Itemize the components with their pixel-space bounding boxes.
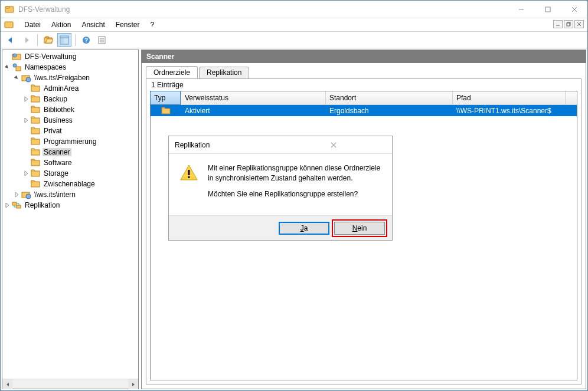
tree-namespaces[interactable]: Namespaces	[2, 62, 138, 73]
scroll-left-icon[interactable]	[2, 379, 12, 389]
twisty-closed-icon[interactable]	[21, 169, 31, 178]
close-button[interactable]	[561, 1, 587, 18]
tree-item-backup[interactable]: Backup	[2, 94, 138, 104]
tree-item-scanner[interactable]: Scanner	[2, 147, 138, 157]
col-standort[interactable]: Standort	[326, 91, 453, 104]
tree-item-bibliothek[interactable]: Bibliothek	[2, 104, 138, 115]
tree-share-intern[interactable]: \\ws.its\intern	[2, 189, 138, 200]
menu-datei[interactable]: Datei	[19, 19, 45, 30]
dialog-ja-button[interactable]: Ja	[279, 222, 329, 235]
svg-rect-29	[31, 97, 40, 102]
twisty-open-icon[interactable]	[12, 73, 21, 83]
app-icon	[5, 5, 14, 14]
window-controls	[508, 1, 587, 18]
col-label: Pfad	[456, 94, 471, 102]
menubar: Datei Aktion Ansicht Fenster ?	[1, 18, 587, 32]
tree-label: Zwischenablage	[43, 180, 96, 188]
dialog-nein-button[interactable]: Nein	[334, 222, 385, 235]
cell-typ-icon	[151, 106, 181, 116]
tree-label: \\ws.its\Freigaben	[33, 74, 91, 82]
window-title: DFS-Verwaltung	[18, 5, 508, 14]
content-header: Scanner	[142, 50, 586, 63]
col-filler[interactable]	[565, 91, 577, 104]
doc-icon	[4, 20, 14, 29]
menu-aktion[interactable]: Aktion	[47, 19, 76, 30]
tree-label: DFS-Verwaltung	[24, 52, 77, 61]
svg-rect-33	[31, 139, 40, 144]
tree-label: Business	[43, 116, 74, 124]
twisty-closed-icon[interactable]	[12, 190, 21, 199]
tree-root[interactable]: DFS-Verwaltung	[2, 51, 138, 62]
menu-help[interactable]: ?	[145, 19, 159, 30]
mdi-close[interactable]	[574, 20, 584, 28]
entries-count-label: 1 Einträge	[146, 79, 581, 91]
tree-label: Privat	[43, 127, 63, 135]
svg-rect-40	[12, 202, 17, 205]
col-label: Standort	[329, 94, 356, 102]
mdi-restore[interactable]	[564, 20, 573, 28]
folder-icon	[31, 116, 40, 125]
col-pfad[interactable]: Pfad	[453, 91, 565, 104]
col-typ[interactable]: Typ	[150, 91, 181, 105]
tree-label: \\ws.its\intern	[33, 190, 77, 199]
twisty-open-icon[interactable]	[2, 63, 12, 72]
tree[interactable]: DFS-Verwaltung Namespaces \\ws.its\Freig…	[2, 50, 138, 379]
twisty-closed-icon[interactable]	[21, 94, 31, 104]
tree-hscrollbar[interactable]	[2, 379, 138, 389]
tree-label: Namespaces	[24, 63, 67, 71]
tree-panel: DFS-Verwaltung Namespaces \\ws.its\Freig…	[2, 50, 139, 389]
tree-item-privat[interactable]: Privat	[2, 126, 138, 136]
svg-rect-35	[31, 160, 40, 166]
svg-rect-6	[5, 22, 13, 28]
tree-item-zwischen[interactable]: Zwischenablage	[2, 179, 138, 189]
mdi-minimize[interactable]	[553, 20, 563, 28]
namespace-icon	[21, 73, 31, 83]
dialog-close-button[interactable]	[280, 139, 386, 151]
dialog-titlebar: Replikation	[169, 136, 392, 154]
folder-icon	[31, 147, 40, 157]
menu-ansicht[interactable]: Ansicht	[77, 19, 109, 30]
tab-ordnerziele[interactable]: Ordnerziele	[146, 66, 198, 78]
namespace-icon	[21, 190, 31, 199]
menu-fenster[interactable]: Fenster	[111, 19, 145, 30]
tree-item-business[interactable]: Business	[2, 115, 138, 126]
svg-rect-14	[61, 38, 64, 44]
nav-forward-button[interactable]	[19, 33, 34, 47]
twisty-closed-icon[interactable]	[2, 201, 12, 210]
help-button[interactable]: ?	[79, 33, 93, 47]
show-tree-button[interactable]	[57, 33, 71, 47]
folder-icon	[31, 126, 40, 136]
tree-replication[interactable]: Replikation	[2, 200, 138, 211]
titlebar: DFS-Verwaltung	[1, 1, 587, 18]
minimize-button[interactable]	[508, 1, 534, 18]
dialog-buttons: Ja Nein	[169, 215, 392, 240]
maximize-button[interactable]	[534, 1, 561, 18]
tab-replikation[interactable]: Replikation	[199, 67, 249, 79]
tree-item-adminarea[interactable]: AdminArea	[2, 83, 138, 94]
tree-item-software[interactable]: Software	[2, 157, 138, 168]
list-view[interactable]: Typ Verweisstatus Standort Pfad Aktivier…	[150, 91, 577, 380]
col-verweisstatus[interactable]: Verweisstatus	[181, 91, 326, 104]
scroll-right-icon[interactable]	[128, 379, 138, 389]
tree-label: Storage	[43, 169, 70, 178]
cell-standort: Ergoldsbach	[326, 107, 453, 115]
tree-share-freigaben[interactable]: \\ws.its\Freigaben	[2, 73, 138, 83]
twisty-closed-icon[interactable]	[21, 116, 31, 125]
svg-rect-34	[31, 150, 40, 155]
tree-label: Replikation	[24, 201, 61, 209]
tree-item-storage[interactable]: Storage	[2, 168, 138, 179]
svg-rect-1	[5, 6, 9, 8]
tabs: Ordnerziele Replikation	[146, 66, 582, 78]
nav-back-button[interactable]	[4, 33, 18, 47]
tree-label: Backup	[43, 95, 68, 103]
cell-verweis: Aktiviert	[181, 107, 326, 115]
toolbar-separator	[75, 34, 76, 46]
list-row[interactable]: Aktiviert Ergoldsbach \\WS-PRINT1.ws.its…	[151, 105, 577, 116]
options-button[interactable]	[95, 33, 109, 47]
tree-item-programmierung[interactable]: Programmierung	[2, 136, 138, 147]
tree-label: Scanner	[43, 148, 71, 156]
svg-rect-36	[31, 171, 40, 176]
tree-label: Programmierung	[43, 137, 97, 146]
open-folder-button[interactable]	[41, 33, 55, 47]
dialog-line1: Mit einer Replikationsgruppe können dies…	[208, 163, 381, 183]
